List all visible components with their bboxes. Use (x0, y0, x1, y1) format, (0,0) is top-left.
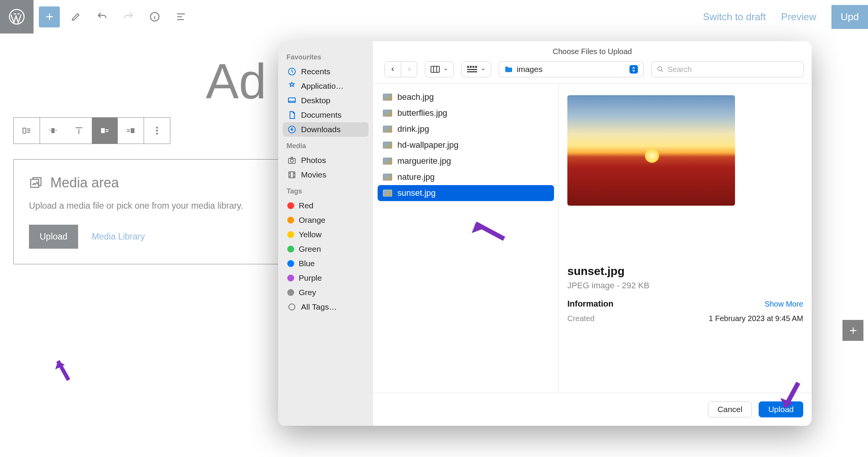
sidebar-item-label: Purple (299, 273, 322, 283)
file-row[interactable]: hd-wallpaper.jpg (378, 137, 554, 153)
annotation-arrow (53, 354, 72, 381)
tag-dot-icon (287, 246, 294, 252)
dialog-toolbar: images (373, 58, 812, 83)
sidebar-item-label: Yellow (299, 230, 322, 239)
file-thumb-icon (383, 158, 392, 165)
file-name: nature.jpg (397, 172, 435, 182)
file-row-selected[interactable]: sunset.jpg (378, 185, 554, 201)
file-row[interactable]: marguerite.jpg (378, 153, 554, 169)
chevron-down-icon (481, 67, 485, 72)
file-row[interactable]: nature.jpg (378, 169, 554, 185)
nav-forward-button[interactable] (401, 62, 417, 77)
preview-meta: JPEG image - 292 KB (567, 281, 803, 291)
preview-filename: sunset.jpg (567, 265, 803, 278)
file-thumb-icon (383, 94, 392, 101)
sidebar-tag-orange[interactable]: Orange (283, 213, 368, 227)
file-dialog: Favourites Recents Applicatio… Desktop D… (278, 41, 812, 426)
favourites-label: Favourites (287, 53, 365, 61)
sidebar-item-desktop[interactable]: Desktop (283, 93, 368, 108)
file-thumb-icon (383, 174, 392, 181)
sidebar-item-label: Downloads (301, 125, 341, 134)
film-icon (287, 170, 296, 179)
svg-point-30 (658, 67, 662, 71)
file-row[interactable]: butterflies.jpg (378, 105, 554, 121)
sidebar-item-label: Applicatio… (301, 81, 344, 91)
sidebar-tag-red[interactable]: Red (283, 198, 368, 213)
nav-back-button[interactable] (385, 62, 401, 77)
all-tags-icon (287, 302, 296, 312)
sidebar-item-photos[interactable]: Photos (283, 153, 368, 168)
sidebar-item-applications[interactable]: Applicatio… (283, 79, 368, 93)
sidebar-item-label: Grey (299, 288, 316, 297)
annotation-arrow (777, 381, 804, 415)
sidebar-item-downloads[interactable]: Downloads (283, 122, 368, 137)
svg-rect-26 (472, 66, 474, 68)
group-select[interactable] (461, 61, 491, 77)
sidebar-tag-purple[interactable]: Purple (283, 271, 368, 285)
file-name: marguerite.jpg (397, 156, 451, 166)
sidebar-tag-green[interactable]: Green (283, 242, 368, 256)
svg-rect-25 (470, 66, 472, 68)
preview-pane: sunset.jpg JPEG image - 292 KB Informati… (559, 84, 812, 393)
tags-label: Tags (287, 187, 365, 195)
dialog-footer: Cancel Upload (373, 393, 812, 426)
file-name: beach.jpg (397, 92, 434, 102)
svg-point-22 (289, 304, 295, 310)
chevron-updown-icon (629, 65, 638, 74)
sidebar-item-movies[interactable]: Movies (283, 168, 368, 182)
sidebar-tag-blue[interactable]: Blue (283, 256, 368, 271)
svg-rect-21 (289, 172, 295, 178)
file-thumb-icon (383, 142, 392, 149)
created-value: 1 February 2023 at 9:45 AM (709, 314, 803, 323)
svg-rect-29 (467, 71, 477, 72)
file-thumb-icon (383, 110, 392, 117)
sidebar-item-label: Photos (301, 156, 326, 165)
search-field-wrap[interactable] (651, 61, 804, 77)
tag-dot-icon (287, 260, 294, 267)
dialog-sidebar: Favourites Recents Applicatio… Desktop D… (278, 41, 373, 426)
search-input[interactable] (668, 65, 798, 74)
view-mode-select[interactable] (425, 61, 454, 77)
sidebar-item-label: All Tags… (301, 302, 337, 312)
svg-rect-24 (467, 66, 469, 68)
folder-icon (504, 66, 513, 73)
annotation-arrow (468, 218, 506, 241)
sidebar-item-label: Desktop (301, 96, 330, 105)
columns-icon (431, 66, 440, 73)
file-name: drink.jpg (397, 124, 429, 134)
tag-dot-icon (287, 289, 294, 296)
sidebar-tag-grey[interactable]: Grey (283, 285, 368, 300)
svg-rect-28 (467, 69, 477, 70)
file-name: butterflies.jpg (397, 108, 447, 118)
cancel-button[interactable]: Cancel (708, 401, 752, 417)
doc-icon (287, 110, 296, 120)
sidebar-item-label: Green (299, 244, 321, 254)
sidebar-item-label: Red (299, 201, 314, 210)
sidebar-tag-all[interactable]: All Tags… (283, 300, 368, 314)
preview-image (567, 95, 735, 206)
sidebar-item-recents[interactable]: Recents (283, 64, 368, 79)
sidebar-item-label: Orange (299, 216, 325, 225)
folder-label: images (517, 65, 543, 74)
sidebar-item-documents[interactable]: Documents (283, 108, 368, 122)
file-row[interactable]: beach.jpg (378, 89, 554, 105)
file-list: beach.jpg butterflies.jpg drink.jpg hd-w… (373, 84, 559, 393)
search-icon (657, 66, 664, 73)
desktop-icon (287, 96, 296, 105)
apps-icon (287, 81, 296, 91)
show-more-link[interactable]: Show More (765, 300, 803, 308)
folder-select[interactable]: images (499, 61, 644, 77)
download-icon (287, 125, 296, 134)
created-label: Created (567, 314, 594, 323)
sidebar-tag-yellow[interactable]: Yellow (283, 227, 368, 242)
media-label: Media (287, 142, 365, 150)
file-row[interactable]: drink.jpg (378, 121, 554, 137)
svg-rect-27 (475, 66, 477, 68)
file-name: hd-wallpaper.jpg (397, 140, 458, 150)
sidebar-item-label: Documents (301, 110, 341, 120)
tag-dot-icon (287, 231, 294, 238)
file-thumb-icon (383, 126, 392, 133)
tag-dot-icon (287, 275, 294, 281)
file-name: sunset.jpg (397, 188, 436, 198)
info-label: Information (567, 299, 613, 309)
